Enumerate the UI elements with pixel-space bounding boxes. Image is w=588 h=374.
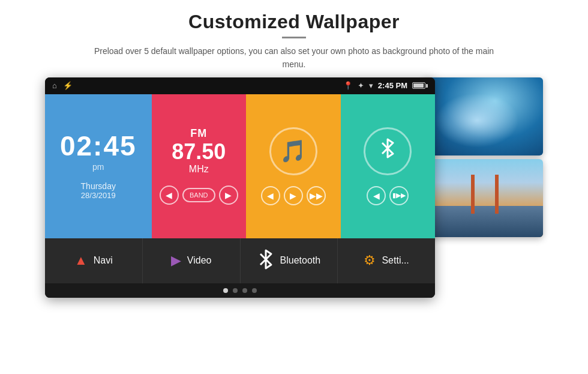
battery-icon <box>412 82 428 89</box>
music-icon-circle: 🎵 <box>269 127 317 175</box>
music-note-icon: 🎵 <box>280 139 307 164</box>
car-unit: ⌂ ⚡ 📍 ✦ ▾ 2:45 PM 02:45 pm Thursday <box>45 77 435 298</box>
fm-unit: MHz <box>189 164 209 175</box>
bluetooth-tile[interactable]: ◀ ▮▶▶ <box>341 94 436 238</box>
bluetooth-label: Bluetooth <box>280 255 321 266</box>
fm-tile[interactable]: FM 87.50 MHz ◀ BAND ▶ <box>152 94 247 238</box>
clock-tile[interactable]: 02:45 pm Thursday 28/3/2019 <box>45 94 152 238</box>
band-label[interactable]: BAND <box>182 188 215 202</box>
page-dots <box>45 283 435 298</box>
navi-icon: ▲ <box>74 253 88 268</box>
main-content: ⌂ ⚡ 📍 ✦ ▾ 2:45 PM 02:45 pm Thursday <box>0 77 588 298</box>
dot-2 <box>233 288 238 293</box>
settings-label: Setti... <box>382 255 409 266</box>
status-time: 2:45 PM <box>378 81 407 90</box>
usb-icon: ⚡ <box>63 81 73 90</box>
status-right: 📍 ✦ ▾ 2:45 PM <box>343 81 428 90</box>
page-header: Customized Wallpaper Preload over 5 defa… <box>48 0 540 77</box>
fm-controls: ◀ BAND ▶ <box>160 185 238 205</box>
clock-day: Thursday <box>81 181 116 191</box>
fm-label: FM <box>190 127 207 140</box>
settings-icon: ⚙ <box>364 253 376 268</box>
bluetooth-status-icon: ✦ <box>358 81 364 90</box>
dot-3 <box>242 288 247 293</box>
music-tile[interactable]: 🎵 ◀ ▶ ▶▶ <box>246 94 341 238</box>
video-label: Video <box>187 255 212 266</box>
status-left: ⌂ ⚡ <box>52 81 73 90</box>
page-title: Customized Wallpaper <box>84 11 504 33</box>
clock-time: 02:45 <box>60 132 137 160</box>
location-icon: 📍 <box>343 81 353 90</box>
bt-icon-circle <box>364 127 412 175</box>
fm-frequency: 87.50 <box>172 140 226 164</box>
page-subtitle: Preload over 5 default wallpaper options… <box>84 44 504 71</box>
clock-date: 28/3/2019 <box>81 191 116 200</box>
nav-item-video[interactable]: ▶ Video <box>143 238 241 283</box>
home-icon: ⌂ <box>52 81 57 90</box>
fm-prev-button[interactable]: ◀ <box>160 185 179 205</box>
music-prev-button[interactable]: ◀ <box>261 186 280 205</box>
dot-1 <box>223 288 228 293</box>
ice-cave-image <box>423 77 543 155</box>
status-bar: ⌂ ⚡ 📍 ✦ ▾ 2:45 PM <box>45 77 435 94</box>
video-icon: ▶ <box>171 253 181 268</box>
bluetooth-tile-controls: ◀ ▮▶▶ <box>367 186 409 205</box>
fm-next-button[interactable]: ▶ <box>219 185 238 205</box>
bt-nav-icon <box>257 248 274 274</box>
golden-gate-image <box>423 159 543 237</box>
side-images <box>423 77 543 237</box>
wallpaper-ice-cave[interactable] <box>423 77 543 155</box>
music-play-button[interactable]: ▶ <box>284 186 303 205</box>
bottom-nav: ▲ Navi ▶ Video Bluetooth ⚙ Setti... <box>45 238 435 283</box>
dot-4 <box>252 288 257 293</box>
nav-item-navi[interactable]: ▲ Navi <box>45 238 143 283</box>
nav-item-bluetooth[interactable]: Bluetooth <box>241 238 338 283</box>
bt-symbol-icon <box>379 137 396 165</box>
navi-label: Navi <box>94 255 113 266</box>
clock-ampm: pm <box>92 162 104 172</box>
bt-prev-button[interactable]: ◀ <box>367 186 386 205</box>
bt-next-button[interactable]: ▮▶▶ <box>389 186 409 205</box>
tiles-area: 02:45 pm Thursday 28/3/2019 FM 87.50 MHz… <box>45 94 435 238</box>
wifi-icon: ▾ <box>369 81 373 90</box>
wallpaper-golden-gate[interactable] <box>423 159 543 237</box>
nav-item-settings[interactable]: ⚙ Setti... <box>338 238 435 283</box>
title-divider <box>282 37 306 38</box>
music-controls: ◀ ▶ ▶▶ <box>261 186 326 205</box>
music-next-button[interactable]: ▶▶ <box>307 186 326 205</box>
